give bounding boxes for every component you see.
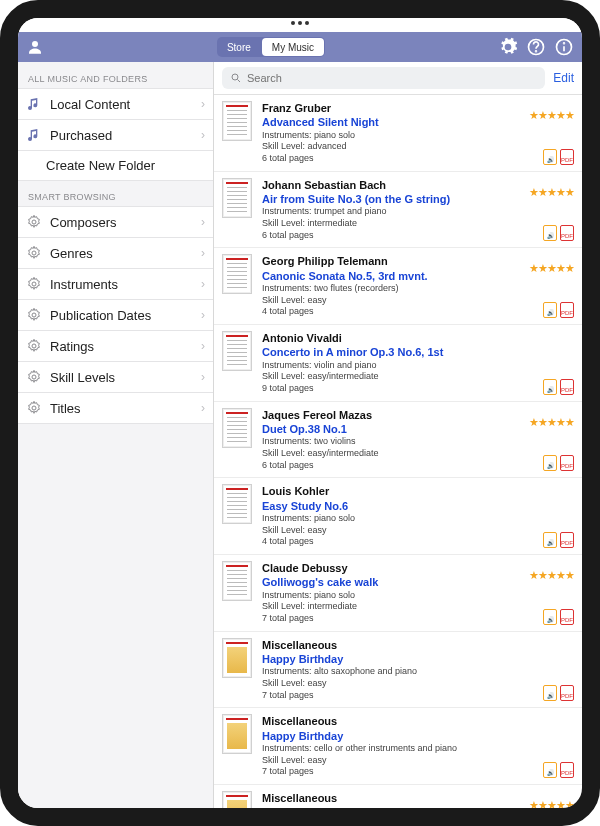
chevron-right-icon: › [201,370,205,384]
list-item[interactable]: Franz Gruber Advanced Silent Night Instr… [214,95,582,172]
list-item[interactable]: Claude Debussy Golliwogg's cake walk Ins… [214,555,582,632]
sidebar-item-label: Publication Dates [50,308,193,323]
pdf-badge-icon[interactable]: PDF [560,609,574,625]
sidebar-item-label: Ratings [50,339,193,354]
composer-name: Miscellaneous [262,714,533,728]
composer-name: Jaques Fereol Mazas [262,408,519,422]
pdf-badge-icon[interactable]: PDF [560,379,574,395]
sidebar-item-titles[interactable]: Titles › [18,392,213,424]
sidebar-item-label: Composers [50,215,193,230]
pdf-badge-icon[interactable]: PDF [560,762,574,778]
sidebar-item-pub-dates[interactable]: Publication Dates › [18,299,213,331]
svg-line-14 [238,80,241,83]
search-input[interactable] [247,72,537,84]
pdf-badge-icon[interactable]: PDF [560,149,574,165]
instruments-detail: Instruments: trumpet and piano [262,206,519,218]
composer-name: Antonio Vivaldi [262,331,533,345]
composer-name: Claude Debussy [262,561,519,575]
skill-detail: Skill Level: advanced [262,141,519,153]
list-item[interactable]: Miscellaneous Happy Birthday Instruments… [214,785,582,808]
rating-stars: ★★★★★ [529,799,574,808]
pdf-badge-icon[interactable]: PDF [560,532,574,548]
pages-detail: 6 total pages [262,153,519,165]
sidebar-item-ratings[interactable]: Ratings › [18,330,213,362]
sidebar-item-label: Local Content [50,97,193,112]
pdf-badge-icon[interactable]: PDF [560,685,574,701]
audio-badge-icon[interactable]: 🔊 [543,762,557,778]
piece-title: Golliwogg's cake walk [262,575,519,589]
pdf-badge-icon[interactable]: PDF [560,225,574,241]
item-meta: Claude Debussy Golliwogg's cake walk Ins… [262,561,519,625]
pages-detail: 4 total pages [262,536,533,548]
svg-point-7 [32,251,36,255]
audio-badge-icon[interactable]: 🔊 [543,455,557,471]
edit-button[interactable]: Edit [553,71,574,85]
tab-my-music[interactable]: My Music [262,38,324,56]
sidebar-item-instruments[interactable]: Instruments › [18,268,213,300]
status-bar [18,18,582,32]
sidebar-section-smart: SMART BROWSING [18,180,213,206]
composer-name: Johann Sebastian Bach [262,178,519,192]
store-mymusic-segmented[interactable]: Store My Music [217,37,325,57]
gear-icon [26,214,42,230]
sidebar-item-local-content[interactable]: Local Content › [18,88,213,120]
list-item[interactable]: Miscellaneous Happy Birthday Instruments… [214,708,582,785]
help-icon[interactable] [526,37,546,57]
pages-detail: 6 total pages [262,460,519,472]
piece-title: Air from Suite No.3 (on the G string) [262,192,519,206]
sidebar-item-label: Create New Folder [46,158,205,173]
gear-icon [26,307,42,323]
composer-name: Miscellaneous [262,791,519,805]
search-box[interactable] [222,67,545,89]
sheet-thumbnail [222,484,252,524]
audio-badge-icon[interactable]: 🔊 [543,609,557,625]
sidebar-item-skill-levels[interactable]: Skill Levels › [18,361,213,393]
gear-icon[interactable] [498,37,518,57]
gear-icon [26,400,42,416]
skill-detail: Skill Level: easy [262,295,519,307]
audio-badge-icon[interactable]: 🔊 [543,379,557,395]
list-item[interactable]: Jaques Fereol Mazas Duet Op.38 No.1 Inst… [214,402,582,479]
piece-title: Easy Study No.6 [262,499,533,513]
sidebar-item-label: Purchased [50,128,193,143]
sidebar-item-create-folder[interactable]: Create New Folder [18,150,213,181]
pdf-badge-icon[interactable]: PDF [560,455,574,471]
item-meta: Miscellaneous Happy Birthday Instruments… [262,791,519,808]
audio-badge-icon[interactable]: 🔊 [543,225,557,241]
audio-badge-icon[interactable]: 🔊 [543,302,557,318]
tab-store[interactable]: Store [217,37,261,57]
rating-stars: ★★★★★ [529,569,574,582]
profile-icon[interactable] [26,38,44,56]
skill-detail: Skill Level: easy/intermediate [262,448,519,460]
info-icon[interactable] [554,37,574,57]
skill-detail: Skill Level: intermediate [262,601,519,613]
pdf-badge-icon[interactable]: PDF [560,302,574,318]
sidebar: ALL MUSIC AND FOLDERS Local Content › Pu… [18,62,214,808]
composer-name: Louis Kohler [262,484,533,498]
skill-detail: Skill Level: easy [262,678,533,690]
item-meta: Louis Kohler Easy Study No.6 Instruments… [262,484,533,548]
sheet-thumbnail [222,101,252,141]
sidebar-item-composers[interactable]: Composers › [18,206,213,238]
instruments-detail: Instruments: two violins [262,436,519,448]
svg-point-6 [32,220,36,224]
list-item[interactable]: Louis Kohler Easy Study No.6 Instruments… [214,478,582,555]
audio-badge-icon[interactable]: 🔊 [543,532,557,548]
audio-badge-icon[interactable]: 🔊 [543,685,557,701]
chevron-right-icon: › [201,246,205,260]
list-item[interactable]: Georg Philipp Telemann Canonic Sonata No… [214,248,582,325]
pages-detail: 6 total pages [262,230,519,242]
sidebar-item-purchased[interactable]: Purchased › [18,119,213,151]
piece-title: Happy Birthday [262,652,533,666]
audio-badge-icon[interactable]: 🔊 [543,149,557,165]
list-item[interactable]: Johann Sebastian Bach Air from Suite No.… [214,172,582,249]
item-meta: Miscellaneous Happy Birthday Instruments… [262,714,533,778]
pages-detail: 4 total pages [262,306,519,318]
list-item[interactable]: Miscellaneous Happy Birthday Instruments… [214,632,582,709]
sidebar-item-genres[interactable]: Genres › [18,237,213,269]
instruments-detail: Instruments: cello or other instruments … [262,743,533,755]
list-item[interactable]: Antonio Vivaldi Concerto in A minor Op.3… [214,325,582,402]
pages-detail: 9 total pages [262,383,533,395]
sheet-thumbnail [222,561,252,601]
sidebar-item-label: Instruments [50,277,193,292]
